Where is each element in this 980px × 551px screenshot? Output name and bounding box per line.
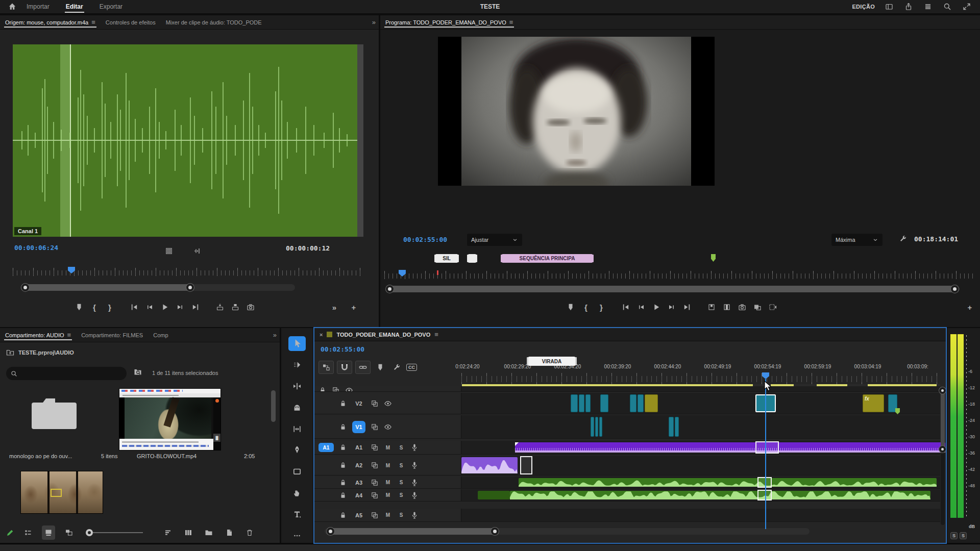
source-patch-a3[interactable] [318,478,334,487]
program-mini-ruler[interactable] [384,269,975,282]
source-vertical-scrollbar[interactable] [357,44,363,237]
home-icon[interactable] [8,3,16,11]
search-input[interactable] [6,367,127,380]
program-zoom-scrollbar[interactable] [385,286,960,292]
source-mini-ruler[interactable] [13,266,363,279]
timeline-clip[interactable] [638,394,644,412]
audio-waveform-button[interactable] [190,244,205,258]
add-marker-button[interactable] [563,300,578,314]
mute-button[interactable]: M [384,479,392,487]
timeline-clip[interactable] [675,417,679,437]
timeline-clip[interactable] [595,417,598,437]
stacked-panels-icon[interactable] [924,3,932,11]
timeline-clip[interactable] [579,394,584,412]
export-frame-button[interactable] [243,300,258,314]
track-name-v1[interactable]: V1 [352,421,365,433]
panel-menu-icon[interactable]: ≡ [434,331,438,338]
track-lane[interactable] [461,386,940,391]
panel-menu-icon[interactable]: ≡ [67,331,71,339]
tab-sequence[interactable]: TODO_PODER_EMANA_DO_POVO [336,332,430,338]
mark-out-button[interactable]: } [102,300,117,314]
zoom-handle-left[interactable] [386,285,394,293]
source-patch-v2[interactable] [318,399,334,408]
go-to-out-button[interactable] [188,300,203,314]
sequence-marker[interactable]: VIRADA [528,357,575,366]
step-back-button[interactable] [142,300,157,314]
bin-item-clip-thumbnail[interactable]: ▐▌ [119,388,221,450]
solo-button[interactable]: S [397,479,405,487]
mark-in-button[interactable]: { [578,300,594,314]
multi-camera-button[interactable] [765,300,780,314]
zoom-handle-right[interactable] [491,528,499,535]
settings-wrench-icon[interactable] [899,235,907,243]
solo-button[interactable]: S [397,491,405,499]
tool-more-tools[interactable] [288,528,306,543]
source-patch-v1[interactable] [318,422,334,432]
add-marker-button[interactable] [374,361,387,374]
source-tab[interactable]: Origem: mouse, computador.m4a≡ [0,15,101,29]
tool-type[interactable] [288,507,306,521]
search-icon[interactable] [943,3,951,11]
source-playhead-grip[interactable] [68,267,75,273]
panel-menu-icon[interactable]: ≡ [91,18,95,26]
clip-selection-box[interactable] [755,441,779,454]
solo-button[interactable]: S [397,461,405,469]
source-tab[interactable]: Mixer de clipe de áudio: TODO_PODE [161,15,267,29]
source-patch-a1[interactable]: A1 [318,443,334,452]
source-waveform-display[interactable]: Canal 1 [13,44,357,237]
tool-selection[interactable] [288,336,306,351]
thumbnail-view-button[interactable] [42,525,55,540]
export-frame-button[interactable] [734,300,750,314]
play-button[interactable] [649,300,664,314]
timeline-settings-button[interactable] [390,361,403,374]
project-tab[interactable]: Comp [148,328,173,342]
step-forward-button[interactable] [664,300,679,314]
solo-left-button[interactable]: S [950,532,958,539]
play-button[interactable] [157,300,173,314]
list-view-button[interactable] [21,525,35,540]
track-name-a5[interactable]: A5 [352,512,365,518]
workspace-label[interactable]: EDIÇÃO [852,4,875,10]
marker-chip[interactable]: SIL [435,254,458,263]
timeline-clip[interactable] [599,417,602,437]
clip-selection-box[interactable] [757,477,772,488]
tool-track-select-forward[interactable] [288,358,306,372]
new-bin-button[interactable] [202,525,215,540]
track-lane-a1[interactable] [461,441,940,454]
zoom-handle-left[interactable] [327,528,334,535]
compare-view-button[interactable] [750,300,765,314]
captions-button[interactable]: CC [406,364,417,371]
freeform-view-button[interactable] [62,525,76,540]
mode-tab-exportar[interactable]: Exportar [91,0,131,14]
timeline-clip[interactable] [645,394,658,412]
go-to-in-button[interactable] [127,300,142,314]
track-name-a4[interactable]: A4 [352,492,365,498]
timeline-clip[interactable] [510,491,930,499]
settings-grid-button[interactable] [161,244,177,258]
timeline-clip[interactable] [600,394,608,412]
bin-search-icon[interactable] [134,368,142,376]
item-name[interactable]: monologo ao pe do ouv... [9,453,95,459]
track-lane-a4[interactable] [461,489,940,501]
tool-slip[interactable] [288,421,306,436]
breadcrumb[interactable]: TESTE.prproj\AUDIO [18,349,74,356]
lift-button[interactable] [704,300,719,314]
snap-button[interactable] [337,361,352,374]
source-zoom-scrollbar[interactable] [20,284,295,291]
mute-button[interactable]: M [384,443,392,452]
tab-overflow-chevrons[interactable]: » [269,331,280,339]
fit-dropdown[interactable]: Ajustar [467,234,522,246]
mode-tab-importar[interactable]: Importar [18,0,58,14]
program-current-timecode[interactable]: 00:02:55:00 [403,236,447,243]
timeline-v-scrollbar[interactable] [941,387,945,525]
thumbnail-zoom-slider[interactable] [87,532,143,533]
automate-to-sequence-button[interactable] [182,525,195,540]
button-editor-plus[interactable]: + [346,300,361,314]
timeline-clip[interactable] [585,394,591,412]
track-lane-a3[interactable] [461,477,940,488]
timeline-playhead-line[interactable] [765,379,766,529]
track-lane-v2[interactable]: fx [461,393,940,414]
source-patch-a2[interactable] [318,461,334,470]
insert-button[interactable] [212,300,228,314]
timeline-clip[interactable] [461,457,518,473]
